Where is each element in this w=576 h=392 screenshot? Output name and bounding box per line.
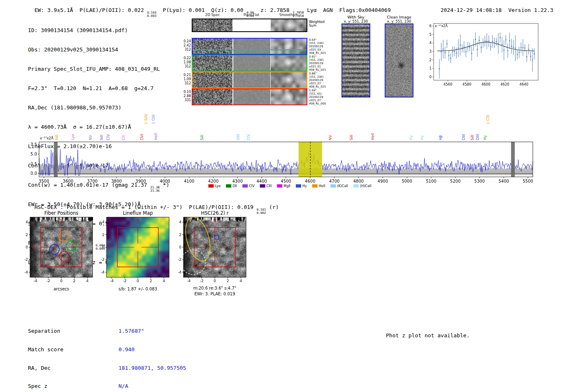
- hsc-cutout-caption2: EWr: 3. PLAE: 0.019: [183, 292, 246, 296]
- fiber4-smoothed-image: [271, 89, 307, 104]
- report-datetime: 2024-12-29 14:08:18: [441, 7, 502, 13]
- table-row-specz: Spec zN/A: [28, 383, 186, 390]
- fiber2-meta: 0.91" (551, 230) 20200129 v025_01 408_RL…: [309, 55, 326, 72]
- fiber-center-marker-line: [193, 49, 307, 50]
- fiber-distance: 0.88": [309, 72, 326, 75]
- fiber3-weights: 0.21 1.09 312: [180, 73, 191, 86]
- fiber-weight: 0.10: [180, 90, 191, 94]
- info-text: Obs: 20200129v025_3090134154: [28, 46, 118, 53]
- fiber-distance: 1.69": [309, 89, 326, 92]
- table-row-radec: RA, Dec181.980871, 50.957505: [28, 365, 186, 371]
- info-text: ID: 3090134154 (3090134154.pdf): [28, 27, 128, 33]
- fiber1-meta: 0.64" (551, 230) 20200129 v025_03 408_RL…: [309, 38, 326, 55]
- row-value: 1.57687": [118, 328, 144, 334]
- fiber2-smoothed-image: [271, 56, 307, 71]
- with-sky-image: [342, 24, 369, 97]
- line-fit-plot: [420, 19, 543, 93]
- fiber4-weights: 0.10 2.88 331: [180, 90, 191, 102]
- elixer-report-page: { "header": { "p1": "EW: 3.9±5.1Å P(LAE)…: [0, 0, 576, 392]
- fiber-weight: 0.21: [180, 73, 191, 77]
- row-label: Spec z: [28, 383, 118, 390]
- catalog-match-band: (r): [266, 204, 279, 210]
- column-header-pixelflat: Pixel Flat: [232, 13, 270, 17]
- fiber-id: 331: [180, 98, 191, 102]
- fiber3-smoothed-image: [271, 72, 307, 88]
- weighted-sum-row: [192, 19, 307, 32]
- fiber-ifu-amp: 408_RL_006: [309, 102, 326, 105]
- fiber-id: 312: [180, 65, 191, 69]
- clean-image-xy: x, y: 551, 230: [381, 19, 418, 23]
- fraction-bottom: 0.002: [257, 211, 266, 215]
- report-version: Version 1.22.3: [508, 7, 553, 13]
- weighted-sum-2dspec-image: [193, 19, 232, 31]
- fiber-sn: 1.08: [180, 60, 191, 65]
- weighted-label-line1: Weighted: [309, 20, 325, 24]
- info-line-primary-spec: Primary Spec_Slot_IFU_AMP: 408_031_049_R…: [28, 65, 169, 72]
- fiber3-meta: 0.88" (551, 230) 20200129 v025_07 408_RL…: [309, 72, 326, 88]
- fiber3-2dspec-image: [193, 72, 232, 88]
- column-header-smoothed: Smoothed: [270, 13, 307, 17]
- header-datetime-version: 2024-12-29 14:08:18Version 1.22.3: [434, 1, 553, 13]
- header-classification-flags-text: Lyα AGN Flags:0x00404069: [304, 7, 390, 13]
- fiber-obs: v025_03: [309, 48, 326, 51]
- fiber-date: 20200129: [309, 62, 326, 65]
- with-sky-xy: x, y: 551, 230: [337, 19, 374, 23]
- fiber-id: 312: [180, 81, 191, 86]
- match-details-table: Separation1.57687" Match score0.940 RA, …: [28, 316, 186, 392]
- fiber-date: 20200129: [309, 79, 326, 82]
- weighted-label-line2: Sum: [309, 24, 325, 28]
- fiber-obs: v025_07: [309, 99, 326, 102]
- row-label: RA, Dec: [28, 365, 118, 371]
- fiber-sn: 2.88: [180, 94, 191, 98]
- fiber-distance: 0.64": [309, 38, 326, 42]
- info-line-seeing: F=2.3" T=0.120 N=1.21 A=0.68 g=24.7: [28, 85, 169, 92]
- fiber-xy: (551, 230): [309, 75, 326, 79]
- clean-image-title: Clean Image: [382, 15, 416, 19]
- full-spectrum-plot: [31, 108, 541, 192]
- fiber-obs: v025_01: [309, 65, 326, 68]
- fiber-id: 312: [180, 48, 191, 52]
- fiber2-2dspec-image: [193, 56, 232, 71]
- fiber1-weights: 0.24 2.42 312: [180, 39, 191, 52]
- weighted-sum-label: Weighted Sum: [309, 20, 325, 28]
- with-sky-panel: [341, 23, 370, 97]
- header-plya-qz-text: P(Lyα): 0.001 Q(z): 0.00: [156, 7, 246, 13]
- fiber-sn: 1.09: [180, 77, 191, 81]
- fiber-xy: (551, 65): [309, 92, 326, 95]
- info-line-id: ID: 3090134154 (3090134154.pdf): [28, 27, 169, 34]
- fiber-weight: 0.22: [180, 56, 191, 60]
- clean-image: [386, 24, 413, 97]
- fiber-ifu-amp: 408_RL_025: [309, 51, 326, 55]
- fiber1-smoothed-image: [271, 39, 307, 54]
- fiber-xy: (551, 230): [309, 58, 326, 62]
- fiber-cutout-row-4: [192, 88, 307, 105]
- fiber2-pixelflat-image: [233, 56, 270, 71]
- column-header-2dspec: 2D Spec: [193, 13, 232, 17]
- fiber-xy: (551, 230): [309, 42, 326, 45]
- fiber-positions-xlabel: arcsecs: [30, 287, 93, 291]
- clean-image-panel: [385, 23, 413, 97]
- fiber-weight: 0.24: [180, 39, 191, 44]
- fiber-ifu-amp: 408_RL_025: [309, 85, 326, 88]
- hsc-cutout-caption1: m:20.6 re:3.6" s:4.7": [183, 286, 246, 290]
- fiber-cutout-row-3: [192, 72, 307, 88]
- with-sky-title: With Sky: [341, 15, 371, 19]
- fiber4-2dspec-image: [193, 89, 232, 104]
- row-value: 181.980871, 50.957505: [118, 365, 186, 371]
- info-text: Primary Spec_Slot_IFU_AMP: 408_031_049_R…: [28, 66, 160, 72]
- fiber4-meta: 1.69" (551, 65) 20200129 v025_07 408_RL_…: [309, 89, 326, 105]
- row-label: Separation: [28, 328, 118, 334]
- lineflux-map-cutout: [94, 215, 174, 287]
- fiber-cutout-row-2: [192, 55, 307, 72]
- fiber-sn: 2.42: [180, 44, 191, 48]
- fiber-positions-cutout: [18, 215, 98, 287]
- fiber4-pixelflat-image: [233, 89, 270, 104]
- fiber-distance: 0.91": [309, 55, 326, 58]
- table-row-separation: Separation1.57687": [28, 328, 186, 334]
- info-text: F=2.3" T=0.120 N=1.21 A=0.68 g=24.7: [28, 85, 153, 91]
- plae-uncertainty-fraction: 0.1010.002: [257, 208, 266, 214]
- fiber-obs: v025_07: [309, 82, 326, 85]
- fiber1-pixelflat-image: [233, 39, 270, 54]
- row-value: N/A: [118, 383, 128, 389]
- row-label: Match score: [28, 347, 118, 353]
